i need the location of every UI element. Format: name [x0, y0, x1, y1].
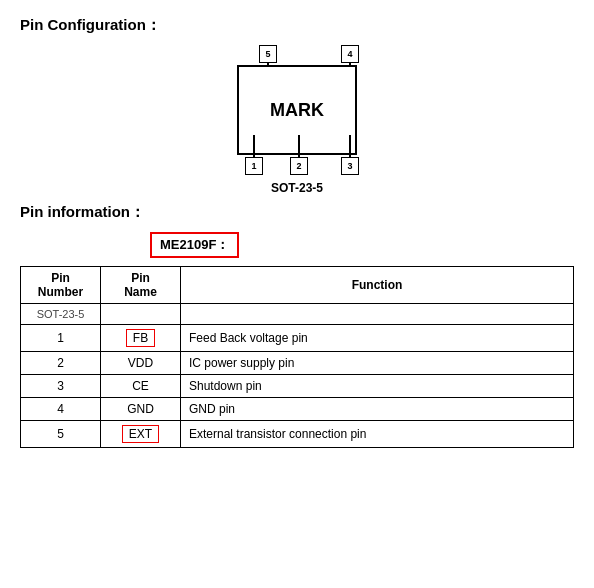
- pin-name-cell: VDD: [101, 352, 181, 375]
- pin-name-cell: EXT: [101, 421, 181, 448]
- pin-table-body: SOT-23-5 1FBFeed Back voltage pin2VDDIC …: [21, 304, 574, 448]
- pin-5-box: 5: [259, 45, 277, 63]
- ic-package-label: SOT-23-5: [271, 181, 323, 195]
- ic-mark-text: MARK: [270, 100, 324, 121]
- col-function-header: Function: [181, 267, 574, 304]
- pin-3-bottom: 3: [341, 157, 359, 175]
- table-row: 4GNDGND pin: [21, 398, 574, 421]
- pin-config-title: Pin Configuration：: [20, 16, 574, 35]
- ic-body: MARK: [237, 65, 357, 155]
- pin-2-line: [298, 135, 300, 157]
- pin-1-line: [253, 135, 255, 157]
- col-pin-number-header: Pin Number: [21, 267, 101, 304]
- pin-function-cell: IC power supply pin: [181, 352, 574, 375]
- table-header-row: Pin Number PinName Function: [21, 267, 574, 304]
- table-row: 3CEShutdown pin: [21, 375, 574, 398]
- pin-number-cell: 4: [21, 398, 101, 421]
- pin-number-cell: 2: [21, 352, 101, 375]
- table-row: 2VDDIC power supply pin: [21, 352, 574, 375]
- subheader-empty1: [101, 304, 181, 325]
- table-row: 1FBFeed Back voltage pin: [21, 325, 574, 352]
- pin-info-section: Pin information： ME2109F： Pin Number Pin…: [20, 203, 574, 448]
- table-subheader-row: SOT-23-5: [21, 304, 574, 325]
- table-row: 5EXTExternal transistor connection pin: [21, 421, 574, 448]
- pin-function-cell: Shutdown pin: [181, 375, 574, 398]
- pin-function-cell: GND pin: [181, 398, 574, 421]
- pin-1-bottom: 1: [245, 157, 263, 175]
- pin-name-cell: CE: [101, 375, 181, 398]
- pin-function-cell: External transistor connection pin: [181, 421, 574, 448]
- col-pin-name-header: PinName: [101, 267, 181, 304]
- pin-table: Pin Number PinName Function SOT-23-5 1FB…: [20, 266, 574, 448]
- pin-function-cell: Feed Back voltage pin: [181, 325, 574, 352]
- subheader-sot: SOT-23-5: [21, 304, 101, 325]
- subheader-empty2: [181, 304, 574, 325]
- pin-4-box: 4: [341, 45, 359, 63]
- pin-3-box: 3: [341, 157, 359, 175]
- me2109f-label: ME2109F：: [150, 232, 239, 258]
- pin-name-cell: FB: [101, 325, 181, 352]
- pin-number-cell: 1: [21, 325, 101, 352]
- pin-4-top: 4: [341, 45, 359, 63]
- pin-config-section: Pin Configuration： 5 4 MARK 1: [20, 16, 574, 195]
- ic-diagram-container: 5 4 MARK 1 2 3: [20, 45, 574, 195]
- pin-1-box: 1: [245, 157, 263, 175]
- pin-3-line: [349, 135, 351, 157]
- ic-diagram: 5 4 MARK 1 2 3: [207, 45, 387, 175]
- pin-name-red-label: EXT: [122, 425, 159, 443]
- pin-number-cell: 5: [21, 421, 101, 448]
- pin-2-box: 2: [290, 157, 308, 175]
- pin-info-title: Pin information：: [20, 203, 574, 222]
- pin-number-cell: 3: [21, 375, 101, 398]
- pin-name-cell: GND: [101, 398, 181, 421]
- pin-2-bottom: 2: [290, 157, 308, 175]
- pin-5-top: 5: [259, 45, 277, 63]
- pin-name-red-label: FB: [126, 329, 155, 347]
